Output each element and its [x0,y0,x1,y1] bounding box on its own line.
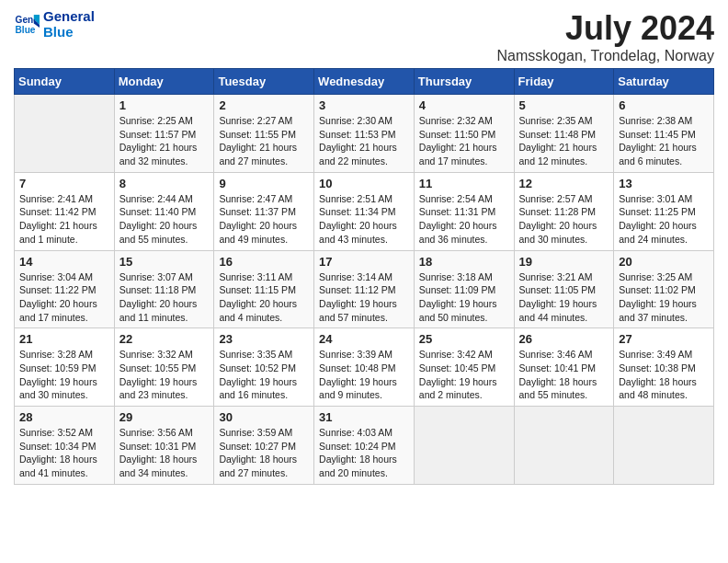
day-cell: 6Sunrise: 2:38 AM Sunset: 11:45 PM Dayli… [614,95,714,173]
day-number: 2 [219,98,309,112]
day-cell: 30Sunrise: 3:59 AM Sunset: 10:27 PM Dayl… [214,407,314,485]
day-info: Sunrise: 2:25 AM Sunset: 11:57 PM Daylig… [119,114,210,168]
day-info: Sunrise: 3:21 AM Sunset: 11:05 PM Daylig… [519,270,609,325]
day-number: 12 [519,177,609,190]
logo-icon: General Blue [14,12,40,38]
col-header-friday: Friday [514,69,614,95]
day-cell [514,407,614,485]
svg-text:Blue: Blue [16,25,36,35]
day-number: 24 [319,332,409,346]
day-info: Sunrise: 3:56 AM Sunset: 10:31 PM Daylig… [119,426,210,480]
title-area: July 2024 Namsskogan, Trondelag, Norway [496,9,714,64]
header-row: SundayMondayTuesdayWednesdayThursdayFrid… [15,69,714,95]
day-cell: 24Sunrise: 3:39 AM Sunset: 10:48 PM Dayl… [314,328,415,407]
col-header-tuesday: Tuesday [214,69,314,95]
day-info: Sunrise: 2:47 AM Sunset: 11:37 PM Daylig… [219,192,309,247]
day-info: Sunrise: 3:07 AM Sunset: 11:18 PM Daylig… [119,270,210,325]
day-cell: 17Sunrise: 3:14 AM Sunset: 11:12 PM Dayl… [314,250,415,328]
day-cell [614,407,714,485]
day-cell: 20Sunrise: 3:25 AM Sunset: 11:02 PM Dayl… [614,250,714,328]
day-number: 5 [519,98,609,112]
day-number: 6 [619,98,709,112]
day-info: Sunrise: 3:32 AM Sunset: 10:55 PM Daylig… [119,348,210,402]
week-row-1: 1Sunrise: 2:25 AM Sunset: 11:57 PM Dayli… [15,95,714,173]
day-cell: 4Sunrise: 2:32 AM Sunset: 11:50 PM Dayli… [414,95,514,173]
day-info: Sunrise: 3:35 AM Sunset: 10:52 PM Daylig… [219,348,309,402]
day-info: Sunrise: 2:38 AM Sunset: 11:45 PM Daylig… [619,114,709,168]
day-info: Sunrise: 3:42 AM Sunset: 10:45 PM Daylig… [419,348,509,402]
day-info: Sunrise: 2:41 AM Sunset: 11:42 PM Daylig… [19,192,109,247]
day-number: 15 [119,255,210,269]
day-info: Sunrise: 2:35 AM Sunset: 11:48 PM Daylig… [519,114,609,168]
day-cell: 13Sunrise: 3:01 AM Sunset: 11:25 PM Dayl… [614,172,714,250]
day-cell: 10Sunrise: 2:51 AM Sunset: 11:34 PM Dayl… [314,172,415,250]
logo-general: General [43,9,95,25]
day-info: Sunrise: 2:30 AM Sunset: 11:53 PM Daylig… [319,114,409,168]
day-number: 31 [319,410,409,424]
day-cell: 25Sunrise: 3:42 AM Sunset: 10:45 PM Dayl… [414,328,514,407]
month-year: July 2024 [496,9,714,48]
day-cell: 18Sunrise: 3:18 AM Sunset: 11:09 PM Dayl… [414,250,514,328]
day-cell: 8Sunrise: 2:44 AM Sunset: 11:40 PM Dayli… [114,172,214,250]
location: Namsskogan, Trondelag, Norway [496,48,714,64]
day-info: Sunrise: 3:04 AM Sunset: 11:22 PM Daylig… [19,270,109,325]
day-cell: 28Sunrise: 3:52 AM Sunset: 10:34 PM Dayl… [15,407,115,485]
logo-blue: Blue [43,25,95,40]
day-cell: 22Sunrise: 3:32 AM Sunset: 10:55 PM Dayl… [114,328,214,407]
day-cell: 1Sunrise: 2:25 AM Sunset: 11:57 PM Dayli… [114,95,214,173]
day-number: 11 [419,177,509,190]
day-number: 20 [619,255,709,269]
day-cell: 5Sunrise: 2:35 AM Sunset: 11:48 PM Dayli… [514,95,614,173]
day-info: Sunrise: 2:57 AM Sunset: 11:28 PM Daylig… [519,192,609,247]
day-number: 26 [519,332,609,346]
day-cell: 11Sunrise: 2:54 AM Sunset: 11:31 PM Dayl… [414,172,514,250]
day-number: 9 [219,177,309,190]
day-info: Sunrise: 3:52 AM Sunset: 10:34 PM Daylig… [19,426,109,480]
day-info: Sunrise: 3:49 AM Sunset: 10:38 PM Daylig… [619,348,709,402]
day-cell: 3Sunrise: 2:30 AM Sunset: 11:53 PM Dayli… [314,95,415,173]
day-cell: 21Sunrise: 3:28 AM Sunset: 10:59 PM Dayl… [15,328,115,407]
col-header-wednesday: Wednesday [314,69,415,95]
day-cell [414,407,514,485]
day-cell: 15Sunrise: 3:07 AM Sunset: 11:18 PM Dayl… [114,250,214,328]
day-number: 8 [119,177,210,190]
day-info: Sunrise: 3:59 AM Sunset: 10:27 PM Daylig… [219,426,309,480]
day-cell [15,95,115,173]
day-number: 14 [19,255,109,269]
calendar-table: SundayMondayTuesdayWednesdayThursdayFrid… [14,68,714,485]
day-number: 25 [419,332,509,346]
day-info: Sunrise: 3:25 AM Sunset: 11:02 PM Daylig… [619,270,709,325]
day-info: Sunrise: 3:46 AM Sunset: 10:41 PM Daylig… [519,348,609,402]
day-number: 22 [119,332,210,346]
day-number: 1 [119,98,210,112]
day-cell: 16Sunrise: 3:11 AM Sunset: 11:15 PM Dayl… [214,250,314,328]
day-number: 28 [19,410,109,424]
day-number: 29 [119,410,210,424]
day-info: Sunrise: 3:28 AM Sunset: 10:59 PM Daylig… [19,348,109,402]
day-cell: 2Sunrise: 2:27 AM Sunset: 11:55 PM Dayli… [214,95,314,173]
day-cell: 9Sunrise: 2:47 AM Sunset: 11:37 PM Dayli… [214,172,314,250]
day-cell: 27Sunrise: 3:49 AM Sunset: 10:38 PM Dayl… [614,328,714,407]
day-info: Sunrise: 4:03 AM Sunset: 10:24 PM Daylig… [319,426,409,480]
day-cell: 26Sunrise: 3:46 AM Sunset: 10:41 PM Dayl… [514,328,614,407]
day-info: Sunrise: 3:18 AM Sunset: 11:09 PM Daylig… [419,270,509,325]
day-cell: 12Sunrise: 2:57 AM Sunset: 11:28 PM Dayl… [514,172,614,250]
day-cell: 14Sunrise: 3:04 AM Sunset: 11:22 PM Dayl… [15,250,115,328]
col-header-sunday: Sunday [15,69,115,95]
day-number: 18 [419,255,509,269]
col-header-saturday: Saturday [614,69,714,95]
day-number: 10 [319,177,409,190]
day-number: 17 [319,255,409,269]
day-number: 21 [19,332,109,346]
day-cell: 29Sunrise: 3:56 AM Sunset: 10:31 PM Dayl… [114,407,214,485]
day-cell: 23Sunrise: 3:35 AM Sunset: 10:52 PM Dayl… [214,328,314,407]
week-row-4: 21Sunrise: 3:28 AM Sunset: 10:59 PM Dayl… [15,328,714,407]
col-header-monday: Monday [114,69,214,95]
day-info: Sunrise: 2:27 AM Sunset: 11:55 PM Daylig… [219,114,309,168]
day-number: 23 [219,332,309,346]
day-cell: 19Sunrise: 3:21 AM Sunset: 11:05 PM Dayl… [514,250,614,328]
day-info: Sunrise: 3:39 AM Sunset: 10:48 PM Daylig… [319,348,409,402]
col-header-thursday: Thursday [414,69,514,95]
day-number: 19 [519,255,609,269]
day-number: 7 [19,177,109,190]
